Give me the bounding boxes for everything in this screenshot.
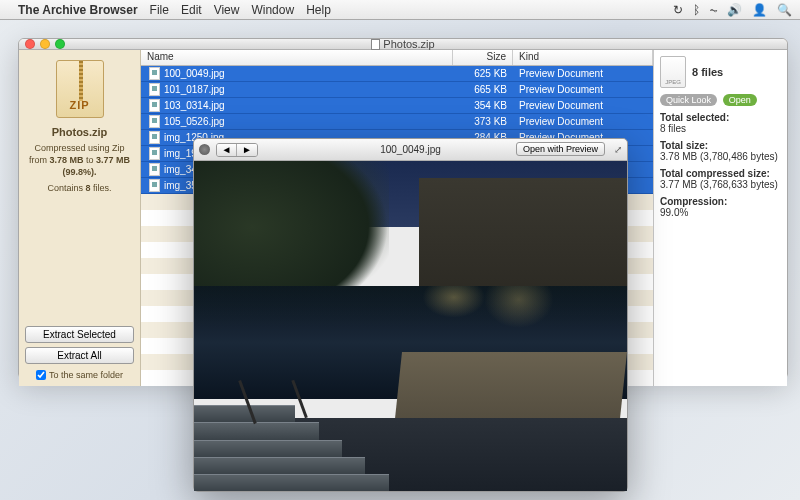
- minimize-button[interactable]: [40, 39, 50, 49]
- file-name: 100_0049.jpg: [164, 68, 453, 79]
- menu-help[interactable]: Help: [306, 3, 331, 17]
- file-icon: [149, 131, 160, 144]
- column-headers: Name Size Kind: [141, 50, 653, 66]
- menu-file[interactable]: File: [150, 3, 169, 17]
- right-sidebar: 8 files Quick Look Open Total selected:8…: [653, 50, 787, 386]
- file-size: 373 KB: [453, 116, 513, 127]
- quicklook-close-button[interactable]: [199, 144, 210, 155]
- volume-icon[interactable]: 🔊: [727, 3, 742, 17]
- total-compressed-label: Total compressed size:: [660, 168, 781, 179]
- compression-label: Compression:: [660, 196, 781, 207]
- quicklook-window: ◄ ► 100_0049.jpg Open with Preview ⤢: [193, 138, 628, 492]
- quicklook-titlebar[interactable]: ◄ ► 100_0049.jpg Open with Preview ⤢: [194, 139, 627, 161]
- file-icon: [149, 83, 160, 96]
- open-button[interactable]: Open: [723, 94, 757, 106]
- menu-view[interactable]: View: [214, 3, 240, 17]
- quicklook-button[interactable]: Quick Look: [660, 94, 717, 106]
- menu-window[interactable]: Window: [251, 3, 294, 17]
- left-sidebar: ZIP Photos.zip Compressed using Zip from…: [19, 50, 141, 386]
- table-row[interactable]: 100_0049.jpg625 KBPreview Document: [141, 66, 653, 82]
- total-selected-label: Total selected:: [660, 112, 781, 123]
- total-selected-value: 8 files: [660, 123, 686, 134]
- file-icon: [149, 147, 160, 160]
- open-with-preview-button[interactable]: Open with Preview: [516, 142, 605, 156]
- wifi-icon[interactable]: ⏦: [710, 3, 717, 17]
- contains-caption: Contains 8 files.: [41, 182, 117, 194]
- extract-all-button[interactable]: Extract All: [25, 347, 134, 364]
- titlebar[interactable]: Photos.zip: [19, 39, 787, 50]
- total-compressed-value: 3.77 MB (3,768,633 bytes): [660, 179, 778, 190]
- quicklook-next-button[interactable]: ►: [237, 144, 257, 156]
- bluetooth-icon[interactable]: ᛒ: [693, 3, 700, 17]
- table-row[interactable]: 103_0314.jpg354 KBPreview Document: [141, 98, 653, 114]
- archive-name: Photos.zip: [52, 126, 108, 138]
- file-kind: Preview Document: [513, 84, 653, 95]
- quicklook-fullscreen-button[interactable]: ⤢: [614, 144, 622, 155]
- system-menubar: The Archive Browser File Edit View Windo…: [0, 0, 800, 20]
- extract-selected-button[interactable]: Extract Selected: [25, 326, 134, 343]
- same-folder-input[interactable]: [36, 370, 46, 380]
- user-icon[interactable]: 👤: [752, 3, 767, 17]
- file-kind: Preview Document: [513, 116, 653, 127]
- file-icon: [149, 99, 160, 112]
- timemachine-icon[interactable]: ↻: [673, 3, 683, 17]
- close-button[interactable]: [25, 39, 35, 49]
- table-row[interactable]: 105_0526.jpg373 KBPreview Document: [141, 114, 653, 130]
- same-folder-checkbox[interactable]: To the same folder: [30, 370, 129, 386]
- col-size[interactable]: Size: [453, 50, 513, 65]
- compression-value: 99.0%: [660, 207, 688, 218]
- quicklook-image: [194, 161, 627, 491]
- spotlight-icon[interactable]: 🔍: [777, 3, 792, 17]
- file-name: 105_0526.jpg: [164, 116, 453, 127]
- table-row[interactable]: 101_0187.jpg665 KBPreview Document: [141, 82, 653, 98]
- file-icon: [149, 179, 160, 192]
- archive-icon: ZIP: [56, 60, 104, 118]
- file-icon: [149, 163, 160, 176]
- file-size: 354 KB: [453, 100, 513, 111]
- file-name: 103_0314.jpg: [164, 100, 453, 111]
- total-size-value: 3.78 MB (3,780,486 bytes): [660, 151, 778, 162]
- file-kind: Preview Document: [513, 100, 653, 111]
- file-icon: [149, 67, 160, 80]
- file-size: 665 KB: [453, 84, 513, 95]
- document-proxy-icon[interactable]: [371, 39, 380, 50]
- window-title: Photos.zip: [19, 38, 787, 50]
- total-size-label: Total size:: [660, 140, 781, 151]
- file-kind: Preview Document: [513, 68, 653, 79]
- quicklook-nav: ◄ ►: [216, 143, 258, 157]
- selection-file-count: 8 files: [692, 66, 723, 78]
- file-name: 101_0187.jpg: [164, 84, 453, 95]
- col-name[interactable]: Name: [141, 50, 453, 65]
- zoom-button[interactable]: [55, 39, 65, 49]
- filetype-icon: [660, 56, 686, 88]
- compression-caption: Compressed using Zip from 3.78 MB to 3.7…: [23, 142, 136, 178]
- app-name-menu[interactable]: The Archive Browser: [18, 3, 138, 17]
- file-icon: [149, 115, 160, 128]
- menu-edit[interactable]: Edit: [181, 3, 202, 17]
- quicklook-prev-button[interactable]: ◄: [217, 144, 237, 156]
- col-kind[interactable]: Kind: [513, 50, 653, 65]
- file-size: 625 KB: [453, 68, 513, 79]
